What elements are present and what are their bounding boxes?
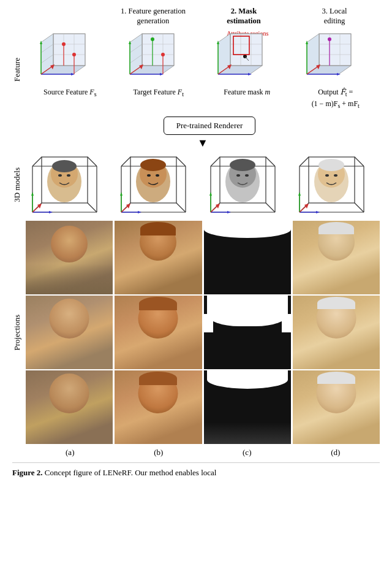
- svg-marker-112: [126, 204, 130, 209]
- svg-point-104: [140, 159, 166, 171]
- source-feature-item: Source Feature Fs: [27, 29, 113, 99]
- photo-col-c: [204, 221, 291, 444]
- photo-a1: [26, 221, 113, 294]
- photo-b2: [115, 296, 202, 369]
- bottom-labels-row: (a) (b) (c) (d): [12, 448, 380, 457]
- mask-cube-diagram: [213, 29, 281, 87]
- renderer-arrow: ▼: [197, 137, 208, 148]
- figure-caption: Figure 2. Concept figure of LENeRF. Our …: [12, 462, 380, 479]
- photo-d2: [293, 296, 380, 369]
- label-a: (a): [27, 448, 113, 457]
- renderer-label: Pre-trained Renderer: [176, 121, 243, 131]
- photo-col-b: [115, 221, 202, 444]
- model-b: [115, 151, 201, 218]
- svg-marker-150: [316, 211, 320, 213]
- mask-feature-item: Attribute regions: [204, 29, 290, 98]
- step-1-label: 1. Feature generation generation: [108, 6, 198, 26]
- photo-a2: [26, 296, 113, 369]
- svg-point-85: [58, 174, 62, 177]
- svg-marker-130: [227, 211, 231, 213]
- photo-col-a: [26, 221, 113, 444]
- renderer-row: Pre-trained Renderer ▼: [26, 113, 380, 148]
- main-container: 1. Feature generation generation 2. Mask…: [0, 0, 392, 485]
- model-a: [26, 151, 112, 218]
- feature-row: Feature: [12, 29, 380, 111]
- svg-line-115: [266, 157, 275, 166]
- photo-d3: [293, 370, 380, 444]
- svg-point-106: [156, 174, 159, 177]
- svg-line-134: [300, 157, 309, 166]
- photo-c1: [204, 221, 291, 294]
- svg-line-94: [121, 157, 130, 166]
- svg-point-145: [325, 174, 329, 177]
- output-feature-diagram: [302, 29, 369, 87]
- photo-b3: [115, 370, 202, 444]
- svg-line-116: [266, 203, 275, 212]
- svg-rect-0: [53, 34, 85, 66]
- svg-line-135: [355, 157, 364, 166]
- step-3-label: 3. Localediting: [289, 6, 380, 26]
- svg-marker-110: [138, 211, 141, 213]
- feature-side-label: Feature: [12, 58, 26, 82]
- model-c-diagram: [208, 151, 287, 218]
- figure-caption-text: Concept figure of LENeRF. Our method ena…: [45, 468, 217, 477]
- svg-marker-128: [209, 192, 212, 196]
- output-feature-item: Output F̂t =(1 − m)Fs + mFt: [293, 29, 379, 111]
- label-b: (b): [116, 448, 202, 457]
- svg-point-146: [334, 174, 337, 177]
- svg-line-114: [211, 157, 220, 166]
- svg-point-125: [236, 174, 240, 177]
- projections-side-label: Projections: [12, 315, 26, 351]
- renderer-box: Pre-trained Renderer: [164, 117, 256, 135]
- svg-point-84: [52, 160, 77, 172]
- svg-marker-148: [298, 192, 301, 196]
- svg-marker-88: [31, 192, 34, 196]
- svg-point-86: [67, 174, 70, 177]
- source-feature-caption: Source Feature Fs: [43, 87, 97, 99]
- photo-col-d: [293, 221, 380, 444]
- model-a-diagram: [29, 151, 109, 218]
- svg-marker-132: [216, 204, 220, 209]
- label-d: (d): [293, 448, 379, 457]
- photo-c3: [204, 370, 291, 444]
- svg-line-95: [176, 157, 186, 166]
- step-2-label: 2. Maskestimation: [198, 6, 289, 26]
- svg-point-105: [147, 174, 151, 177]
- target-feature-item: Target Feature Ft: [116, 29, 202, 99]
- photos-grid: [26, 221, 380, 444]
- models-grid: [26, 151, 380, 218]
- mask-diagram-container: Attribute regions: [213, 29, 281, 87]
- photo-d1: [293, 221, 380, 294]
- label-c: (c): [204, 448, 290, 457]
- source-feature-diagram: [36, 29, 104, 87]
- svg-rect-20: [142, 34, 174, 66]
- figure-caption-prefix: Figure 2.: [12, 468, 43, 477]
- svg-point-124: [230, 159, 255, 171]
- svg-point-144: [318, 159, 344, 171]
- feature-grid: Source Feature Fs: [26, 29, 380, 111]
- models-side-label: 3D models: [12, 167, 26, 202]
- svg-marker-92: [37, 204, 42, 209]
- svg-marker-152: [304, 204, 309, 209]
- svg-line-76: [88, 203, 97, 212]
- target-feature-caption: Target Feature Ft: [134, 87, 184, 99]
- model-c: [205, 151, 290, 218]
- output-feature-caption: Output F̂t =(1 − m)Fs + mFt: [312, 87, 360, 111]
- model-b-diagram: [118, 151, 198, 218]
- mask-feature-caption: Feature mask m: [224, 87, 270, 98]
- models-row: 3D models: [12, 151, 380, 218]
- svg-marker-90: [49, 211, 53, 213]
- svg-line-74: [32, 157, 42, 166]
- svg-line-96: [176, 203, 186, 212]
- svg-point-126: [245, 174, 249, 177]
- svg-rect-57: [319, 34, 351, 66]
- projections-row: Projections: [12, 221, 380, 444]
- photo-a3: [26, 370, 113, 444]
- photo-b1: [115, 221, 202, 294]
- target-feature-diagram: [125, 29, 192, 87]
- photo-c2: [204, 296, 291, 369]
- svg-line-75: [88, 157, 97, 166]
- svg-rect-40: [230, 34, 262, 66]
- model-d-diagram: [296, 151, 376, 218]
- svg-marker-108: [120, 192, 123, 196]
